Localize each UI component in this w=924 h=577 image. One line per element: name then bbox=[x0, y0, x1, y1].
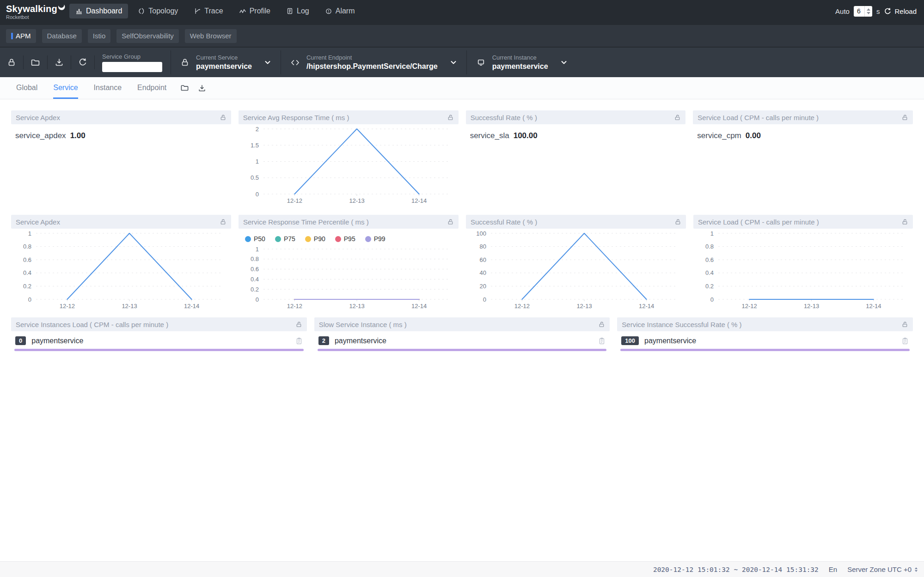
lock-icon[interactable] bbox=[598, 321, 605, 328]
svg-text:12-12: 12-12 bbox=[287, 303, 302, 310]
refresh-templates-button[interactable] bbox=[71, 48, 94, 77]
language-switcher[interactable]: En bbox=[829, 565, 837, 573]
lock-icon[interactable] bbox=[447, 219, 454, 225]
copy-icon[interactable] bbox=[598, 337, 606, 345]
legend-dot bbox=[275, 236, 281, 242]
svg-text:0.8: 0.8 bbox=[251, 255, 259, 262]
active-tab-indicator bbox=[11, 33, 13, 39]
instance-list-item[interactable]: 100 paymentservice bbox=[617, 331, 913, 349]
legend-dot bbox=[365, 236, 371, 242]
folder-icon bbox=[31, 58, 40, 67]
nav-item-alarm[interactable]: Alarm bbox=[319, 4, 361, 18]
lock-icon[interactable] bbox=[901, 219, 908, 225]
server-zone-control[interactable]: Server Zone UTC +0 bbox=[847, 565, 918, 573]
reload-button[interactable]: Reload bbox=[884, 7, 917, 15]
lock-icon[interactable] bbox=[674, 114, 681, 121]
import-template-button[interactable] bbox=[24, 48, 47, 77]
selector-label: Current Instance bbox=[492, 54, 548, 61]
download-icon bbox=[55, 58, 64, 67]
group-tab-apm[interactable]: APM bbox=[6, 29, 36, 43]
download-icon bbox=[198, 84, 206, 92]
svg-text:12-14: 12-14 bbox=[411, 197, 427, 204]
time-range-picker[interactable]: 2020-12-12 15:01:32 ~ 2020-12-14 15:31:3… bbox=[653, 566, 819, 573]
code-icon bbox=[290, 58, 300, 67]
server-zone-spinner[interactable] bbox=[915, 567, 918, 572]
brand-logo[interactable]: Skywalking Rocketbot bbox=[0, 0, 69, 20]
metric-value: 0.00 bbox=[746, 131, 761, 140]
card-successful-rate-chart: Successful Rate ( % ) 10080604020012-121… bbox=[466, 215, 686, 312]
svg-text:12-14: 12-14 bbox=[411, 303, 427, 310]
copy-icon[interactable] bbox=[901, 337, 909, 345]
svg-text:12-12: 12-12 bbox=[287, 197, 302, 204]
card-title: Successful Rate ( % ) bbox=[471, 218, 537, 226]
group-tab-istio[interactable]: Istio bbox=[88, 29, 111, 43]
top-navbar: Skywalking Rocketbot Dashboard Topology … bbox=[0, 0, 924, 25]
lock-icon[interactable] bbox=[901, 321, 908, 328]
tab-global[interactable]: Global bbox=[16, 77, 37, 99]
auto-interval-input[interactable]: 6 bbox=[854, 6, 872, 17]
lock-icon[interactable] bbox=[447, 114, 454, 121]
instance-list-item[interactable]: 0 paymentservice bbox=[11, 331, 307, 349]
export-layout-button[interactable] bbox=[198, 84, 206, 92]
legend-item-p75[interactable]: P75 bbox=[275, 235, 295, 243]
service-group-block: Service Group bbox=[95, 53, 171, 72]
nav-item-profile[interactable]: Profile bbox=[233, 4, 276, 18]
current-instance-selector[interactable]: Current Instance paymentservice bbox=[467, 48, 577, 77]
card-response-time-percentile: Service Response Time Percentile ( ms ) … bbox=[239, 215, 459, 312]
line-chart-avg-response-time: 21.510.5012-1212-1312-14 bbox=[239, 124, 459, 207]
legend-item-p95[interactable]: P95 bbox=[335, 235, 355, 243]
legend-item-p50[interactable]: P50 bbox=[245, 235, 265, 243]
chevron-down-icon[interactable] bbox=[264, 59, 271, 66]
metrics-row-2: Service Apdex 10.80.60.40.2012-1212-1312… bbox=[11, 215, 913, 312]
group-tab-selfobservability[interactable]: SelfObservability bbox=[116, 29, 179, 43]
card-title: Service Response Time Percentile ( ms ) bbox=[243, 218, 369, 226]
import-layout-button[interactable] bbox=[180, 84, 189, 92]
lock-icon[interactable] bbox=[674, 219, 681, 225]
auto-interval-spinner[interactable] bbox=[864, 6, 872, 17]
instance-list-item[interactable]: 2 paymentservice bbox=[314, 331, 610, 349]
chevron-down-icon[interactable] bbox=[450, 59, 457, 66]
service-group-input[interactable] bbox=[102, 62, 162, 72]
tab-endpoint[interactable]: Endpoint bbox=[137, 77, 166, 99]
legend-item-p90[interactable]: P90 bbox=[305, 235, 325, 243]
nav-item-trace[interactable]: Trace bbox=[188, 4, 229, 18]
export-template-button[interactable] bbox=[48, 48, 71, 77]
lock-icon[interactable] bbox=[220, 219, 226, 225]
svg-text:0: 0 bbox=[28, 296, 31, 303]
nav-item-log[interactable]: Log bbox=[280, 4, 315, 18]
group-tab-database[interactable]: Database bbox=[42, 29, 82, 43]
legend-item-p99[interactable]: P99 bbox=[365, 235, 386, 243]
svg-text:12-13: 12-13 bbox=[576, 303, 592, 310]
svg-text:60: 60 bbox=[480, 256, 486, 263]
current-endpoint-selector[interactable]: Current Endpoint /hipstershop.PaymentSer… bbox=[281, 48, 466, 77]
svg-text:0.2: 0.2 bbox=[251, 286, 259, 293]
chevron-down-icon[interactable] bbox=[560, 59, 568, 66]
svg-text:1: 1 bbox=[256, 246, 259, 253]
value-badge: 100 bbox=[621, 336, 639, 345]
card-slow-instance: Slow Service Instance ( ms ) 2 paymentse… bbox=[314, 317, 610, 351]
card-title: Service Apdex bbox=[16, 218, 60, 226]
copy-icon[interactable] bbox=[295, 337, 303, 345]
nav-item-topology[interactable]: Topology bbox=[132, 4, 184, 18]
lock-icon[interactable] bbox=[220, 114, 226, 121]
instance-name: paymentservice bbox=[31, 337, 289, 345]
line-chart-percentile: 10.80.60.40.2012-1212-1312-14 bbox=[239, 244, 459, 312]
line-chart-service-apdex: 10.80.60.40.2012-1212-1312-14 bbox=[11, 229, 231, 312]
lock-icon bbox=[180, 58, 190, 67]
tab-instance[interactable]: Instance bbox=[94, 77, 122, 99]
tab-service[interactable]: Service bbox=[53, 77, 78, 99]
instance-row: Service Instances Load ( CPM - calls per… bbox=[11, 317, 913, 351]
lock-icon[interactable] bbox=[901, 114, 908, 121]
nav-label: Alarm bbox=[336, 7, 355, 15]
current-service-selector[interactable]: Current Service paymentservice bbox=[171, 48, 281, 77]
group-tab-web-browser[interactable]: Web Browser bbox=[185, 29, 237, 43]
nav-item-dashboard[interactable]: Dashboard bbox=[69, 4, 128, 18]
folder-icon bbox=[180, 84, 189, 92]
lock-edit-button[interactable] bbox=[0, 48, 23, 77]
svg-text:20: 20 bbox=[480, 283, 486, 290]
lock-icon[interactable] bbox=[295, 321, 302, 328]
card-title: Successful Rate ( % ) bbox=[471, 114, 537, 121]
svg-text:12-14: 12-14 bbox=[639, 303, 654, 310]
card-avg-response-time: Service Avg Response Time ( ms ) 21.510.… bbox=[239, 110, 459, 207]
legend-dot bbox=[245, 236, 251, 242]
